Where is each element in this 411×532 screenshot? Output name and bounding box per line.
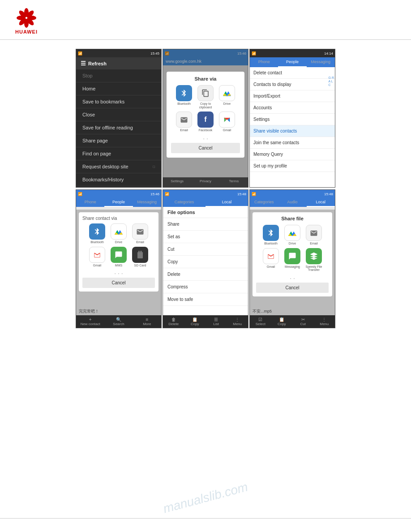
share-contact-screen: 📶 15:46 Phone People Messaging Share con… bbox=[76, 189, 162, 328]
sf-app-bluetooth[interactable]: Bluetooth bbox=[261, 225, 280, 245]
chinese-text-2: 不安...mp5 bbox=[253, 309, 272, 314]
menu-item-save-offline[interactable]: Save for offline reading bbox=[76, 121, 161, 134]
share-contact-cancel[interactable]: Cancel bbox=[82, 278, 155, 288]
menu-item-desktop[interactable]: Request desktop site □ bbox=[76, 160, 161, 173]
brand-name: HUAWEI bbox=[15, 29, 38, 34]
app-gmail[interactable]: Gmail bbox=[218, 112, 236, 132]
menu-item-home[interactable]: Home bbox=[76, 82, 161, 95]
dots-indicator: · · bbox=[171, 135, 240, 142]
toolbar-more[interactable]: ≡ More bbox=[133, 315, 161, 328]
toolbar-1: + New contact 🔍 Search ≡ More bbox=[76, 315, 161, 328]
toolbar-new-contact[interactable]: + New contact bbox=[76, 315, 104, 328]
menu-header[interactable]: ☰ Refresh bbox=[76, 57, 161, 69]
toolbar-select[interactable]: ☑ Select bbox=[250, 315, 271, 328]
contacts-delete[interactable]: Delete contact bbox=[250, 67, 335, 79]
contact-app-mms[interactable]: MMS bbox=[109, 247, 128, 267]
app-clipboard[interactable]: Copy to clipboard bbox=[196, 85, 215, 109]
tab-messaging[interactable]: Messaging bbox=[307, 57, 335, 67]
contacts-memory[interactable]: Memory Query bbox=[250, 149, 335, 160]
status-bar-3: 📶 14:14 bbox=[250, 49, 335, 57]
contacts-accounts[interactable]: Accounts bbox=[250, 102, 335, 114]
toolbar-menu2[interactable]: ⋮ Menu bbox=[314, 315, 335, 328]
contacts-alphabet: G R A L C bbox=[329, 76, 334, 86]
fnav-categories[interactable]: Categories bbox=[163, 198, 206, 207]
fo-copy[interactable]: Copy bbox=[163, 256, 248, 268]
tab-phone[interactable]: Phone bbox=[250, 57, 278, 67]
btab-messaging[interactable]: Messaging bbox=[133, 198, 161, 207]
toolbar-copy2[interactable]: 📋 Copy bbox=[271, 315, 293, 328]
menu-item-bookmarks[interactable]: Bookmarks/History bbox=[76, 173, 161, 186]
footer-line bbox=[0, 518, 411, 519]
menu-item-stop[interactable]: Stop bbox=[76, 69, 161, 82]
toolbar-cut[interactable]: ✂ Cut bbox=[292, 315, 314, 328]
sfnav-audio[interactable]: Audio bbox=[278, 198, 306, 207]
sf-app-speedy[interactable]: Speedy File Transfer bbox=[304, 248, 323, 272]
toolbar-menu[interactable]: ⋮ Menu bbox=[227, 315, 248, 328]
fo-compress[interactable]: Compress bbox=[163, 281, 248, 293]
status-bar-4: 📶 15:46 bbox=[76, 190, 161, 198]
contact-app-gmail[interactable]: Gmail bbox=[88, 247, 107, 267]
contacts-settings[interactable]: Settings bbox=[250, 114, 335, 125]
contacts-display[interactable]: Contacts to display bbox=[250, 79, 335, 90]
share-file-title: Share file bbox=[256, 216, 329, 221]
browser-menu-screen: 📶 15:45 ☰ Refresh Stop Home bbox=[76, 49, 162, 188]
contact-app-bluetooth[interactable]: Bluetooth bbox=[88, 223, 107, 244]
share-contact-modal: Share contact via Bluetooth bbox=[79, 212, 158, 292]
toolbar-2: 🗑 Delete 📋 Copy ☰ List ⋮ Menu bbox=[163, 315, 248, 328]
share-file-screen: 📶 15:48 Categories Audio Local Share fil… bbox=[249, 189, 335, 328]
share-via-cancel[interactable]: Cancel bbox=[171, 143, 240, 153]
sf-dots: · · bbox=[256, 275, 329, 282]
app-email[interactable]: Email bbox=[175, 112, 193, 132]
contacts-import[interactable]: Import/Export bbox=[250, 90, 335, 102]
svg-rect-14 bbox=[138, 251, 139, 253]
toolbar-delete[interactable]: 🗑 Delete bbox=[163, 315, 184, 328]
menu-item-find[interactable]: Find on page bbox=[76, 147, 161, 160]
file-nav: Categories Local bbox=[163, 198, 248, 207]
watermark: manualslib.com bbox=[162, 480, 249, 516]
sfnav-categories[interactable]: Categories bbox=[250, 198, 278, 207]
menu-item-share-page[interactable]: Share page bbox=[76, 134, 161, 147]
menu-item-close[interactable]: Close bbox=[76, 108, 161, 121]
contact-dots: · · · bbox=[82, 270, 155, 277]
toolbar-list[interactable]: ☰ List bbox=[206, 315, 227, 328]
file-options-list: Share Set as Cut Copy Delete Compress Mo… bbox=[163, 218, 248, 306]
fo-delete[interactable]: Delete bbox=[163, 268, 248, 281]
contacts-share-visible[interactable]: Share visible contacts bbox=[250, 125, 335, 137]
menu-item-save-bookmarks[interactable]: Save to bookmarks bbox=[76, 95, 161, 108]
sf-app-gmail[interactable]: Gmail bbox=[261, 248, 280, 272]
tab-people[interactable]: People bbox=[278, 57, 306, 67]
share-file-cancel[interactable]: Cancel bbox=[256, 283, 329, 293]
fo-set-as[interactable]: Set as bbox=[163, 231, 248, 243]
svg-rect-15 bbox=[140, 251, 141, 253]
chinese-text-1: 完完常吧！ bbox=[79, 309, 99, 314]
file-options-title: File options bbox=[163, 207, 248, 218]
sfnav-local[interactable]: Local bbox=[307, 198, 335, 207]
bottom-screenshot-row: 📶 15:46 Phone People Messaging Share con… bbox=[76, 189, 335, 328]
app-bluetooth[interactable]: Bluetooth bbox=[175, 85, 193, 109]
fo-cut[interactable]: Cut bbox=[163, 243, 248, 256]
toolbar-search[interactable]: 🔍 Search bbox=[104, 315, 133, 328]
contact-app-email[interactable]: Email bbox=[131, 223, 150, 244]
contact-app-drive[interactable]: Drive bbox=[109, 223, 128, 244]
contacts-dropdown: Delete contact Contacts to display Impor… bbox=[250, 67, 335, 172]
contact-app-sdcard[interactable]: SD Card bbox=[131, 247, 150, 267]
status-icons-left: 📶 bbox=[78, 51, 82, 56]
share-contact-title: Share contact via bbox=[82, 216, 155, 221]
contacts-tabs-bottom: Phone People Messaging bbox=[76, 198, 161, 207]
btab-phone[interactable]: Phone bbox=[76, 198, 104, 207]
app-facebook[interactable]: f Facebook bbox=[196, 112, 215, 132]
toolbar-copy[interactable]: 📋 Copy bbox=[184, 315, 206, 328]
sf-app-messaging[interactable]: Messaging bbox=[283, 248, 302, 272]
contacts-menu-screen: 📶 14:14 Phone People Messaging Delete co… bbox=[249, 49, 335, 188]
fnav-local[interactable]: Local bbox=[206, 198, 248, 207]
app-drive[interactable]: Drive bbox=[218, 85, 236, 109]
fo-share[interactable]: Share bbox=[163, 218, 248, 231]
sf-app-drive[interactable]: Drive bbox=[283, 225, 302, 245]
contact-apps-row1: Bluetooth Drive bbox=[82, 223, 155, 244]
fo-move-safe[interactable]: Move to safe bbox=[163, 293, 248, 306]
sf-app-email[interactable]: Email bbox=[304, 225, 323, 245]
btab-people[interactable]: People bbox=[104, 198, 133, 207]
contacts-profile[interactable]: Set up my profile bbox=[250, 160, 335, 172]
top-screenshot-row: 📶 15:45 ☰ Refresh Stop Home bbox=[76, 49, 335, 188]
contacts-join[interactable]: Join the same contacts bbox=[250, 137, 335, 149]
